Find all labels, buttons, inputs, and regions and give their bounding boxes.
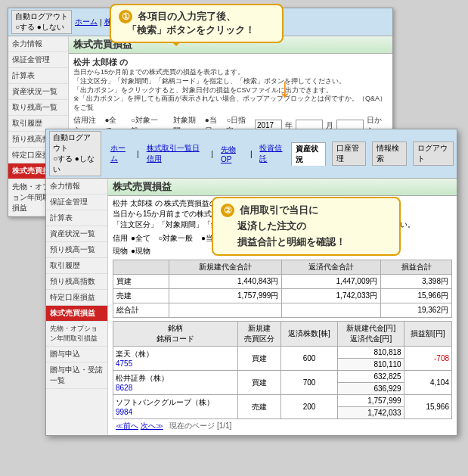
detail-matsui-name: 松井証券（株）8628 [113,371,238,395]
summary-uritate-shinki: 1,757,999円 [169,289,282,303]
summary-row-kaitate: 買建 1,440,843円 1,447,009円 3,398円 [113,275,452,289]
summary-row-uritate: 売建 1,757,999円 1,742,033円 15,966円 [113,289,452,303]
top-sidebar-yoryoku[interactable]: 余力情報 [8,36,68,52]
detail-rakuten-type: 買建 [238,347,281,371]
callout-2-line3: 損益合計と明細を確認！ [237,236,346,247]
summary-row-total: 総合計 19,362円 [113,303,452,318]
detail-header-shares: 返済株数[株] [280,322,337,347]
detail-header-meigara: 銘柄銘柄コード [113,322,238,347]
summary-header-shinki: 新規建代金合計 [169,260,282,275]
summary-kaitate-label: 買建 [113,275,169,289]
bottom-sidebar-azukari2[interactable]: 預り残高指数 [46,274,107,290]
detail-table: 銘柄銘柄コード 新規建売買区分 返済株数[株] 新規建代金[円]返済代金[円] … [113,321,452,419]
callout-1: ① 各項目の入力完了後、 「検索」ボタンをクリック！ [110,4,284,43]
callout-2: ② 信用取引で当日に 返済した注文の 損益合計と明細を確認！ [212,197,401,256]
do-option[interactable]: ○する [15,23,35,31]
summary-kaitate-hesan: 1,447,009円 [282,275,381,289]
detail-matsui-shinki: 632,825 [338,371,404,383]
detail-row-softbank: ソフトバンクグループ（株）9984 売建 200 1,757,999 15,96… [113,395,452,407]
bottom-logout-label: 自動ログアウト [53,133,91,152]
detail-softbank-name: ソフトバンクグループ（株）9984 [113,395,238,419]
bottom-sidebar-shisan[interactable]: 資産状況一覧 [46,226,107,242]
arrow-down: ↓ [278,72,292,104]
detail-rakuten-soneki: -708 [404,347,451,371]
bottom-material-label: 現物 [113,246,128,257]
detail-header-soneki: 損益額[円] [404,322,451,347]
top-sidebar-shisan[interactable]: 資産状況一覧 [8,84,68,100]
bottom-nav-stocks[interactable]: 株式取引一覧日信用 [147,143,204,164]
detail-matsui-shares: 700 [280,371,337,395]
summary-total-soneki: 19,362円 [381,303,452,318]
detail-softbank-soneki: 15,966 [404,395,451,419]
bottom-sidebar-torihiki[interactable]: 取引履歴 [46,258,107,274]
top-sidebar-keisan[interactable]: 計算表 [8,68,68,84]
bottom-panel-title: 株式売買損益 [108,179,457,196]
bottom-sidebar-hosholin[interactable]: 保証金管理 [46,194,107,210]
bottom-order-label: 信用 [113,233,128,244]
bottom-sidebar-zoyo[interactable]: 贈与申込 [46,347,107,362]
bottom-sidebar-kabushiki[interactable]: 株式売買損益 [46,306,107,322]
summary-uritate-hesan: 1,742,033円 [282,289,381,303]
detail-softbank-shinki: 1,757,999 [338,395,404,407]
callout-2-line2: 返済した注文の [237,220,306,232]
detail-softbank-hesan: 1,742,033 [338,407,404,419]
top-user-name: 松井 太郎様 の [73,57,388,68]
summary-table: 新規建代金合計 返済代金合計 損益合計 買建 1,440,843円 1,447,… [113,260,452,318]
detail-rakuten-hesan: 810,110 [338,359,404,371]
bottom-sidebar-azukari[interactable]: 預り残高一覧 [46,242,107,258]
bottom-tab-koza[interactable]: 口座管理 [332,142,367,166]
bottom-user-name: 松井 太郎様 の [113,199,163,207]
bottom-all-radio[interactable]: ●全て [131,233,150,244]
detail-matsui-type: 買建 [238,371,281,395]
next-link[interactable]: 次へ≫ [141,422,163,430]
detail-matsui-soneki: 4,104 [404,371,451,395]
bottom-nav-toushi[interactable]: 投資信託 [259,143,285,164]
detail-header-type: 新規建売買区分 [238,322,281,347]
summary-total-hesan [282,303,381,318]
detail-rakuten-shinki: 810,818 [338,347,404,359]
summary-total-shinki [169,303,282,318]
summary-total-label: 総合計 [113,303,169,318]
pagination: ≪前へ 次へ≫ 現在のページ [1/1] [113,419,452,433]
bottom-nav-home[interactable]: ホーム [110,143,129,164]
detail-row-matsui: 松井証券（株）8628 買建 700 632,825 4,104 [113,371,452,383]
bottom-material-radio[interactable]: ●現物 [131,246,150,257]
summary-header-soneki: 損益合計 [381,260,452,275]
top-sidebar-hosholin[interactable]: 保証金管理 [8,52,68,68]
prev-link[interactable]: ≪前へ [116,422,138,430]
bottom-sidebar-yoryoku[interactable]: 余力情報 [46,179,107,194]
detail-rakuten-name: 楽天（株）4755 [113,347,238,371]
top-nav-home[interactable]: ホーム [75,17,98,27]
bottom-panel: 自動ログアウト ○する ●しない ホーム | 株式取引一覧日信用 | 先物OP … [45,129,457,436]
callout-1-line2: 「検索」ボタンをクリック！ [127,24,255,36]
bottom-tab-joho[interactable]: 情報検索 [372,142,407,166]
detail-row-rakuten: 楽天（株）4755 買建 600 810,818 -708 [113,347,452,359]
bottom-sidebar-zoyo2[interactable]: 贈与申込・受諾一覧 [46,362,107,389]
detail-matsui-hesan: 636,929 [338,383,404,395]
bottom-sidebar-keisan[interactable]: 計算表 [46,210,107,226]
summary-kaitate-shinki: 1,440,843円 [169,275,282,289]
callout-2-num: ② [221,204,234,217]
summary-header-hesan: 返済代金合計 [282,260,381,275]
current-page-label: 現在のページ [1/1] [169,422,231,430]
detail-softbank-shares: 200 [280,395,337,419]
bottom-nav-sakimono[interactable]: 先物OP [221,145,243,163]
bottom-tab-active[interactable]: 資産状況 [291,142,326,166]
detail-rakuten-shares: 600 [280,347,337,371]
top-logout-area: 自動ログアウト ○する ●しない [11,10,72,34]
logout-label: 自動ログアウト [15,12,68,20]
summary-header-empty [113,260,169,275]
summary-kaitate-soneki: 3,398円 [381,275,452,289]
top-description: 当日から15か月前までの株式売買の損益を表示します。 「注文区分」「対象期間」「… [73,68,388,112]
bottom-sidebar-tokutei[interactable]: 特定口座損益 [46,290,107,306]
dont-option[interactable]: ●しない [37,23,64,31]
top-sidebar-tori-zanko[interactable]: 取り残高一覧 [8,100,68,116]
bottom-do[interactable]: ○する [53,154,73,163]
bottom-sidebar-sakimono[interactable]: 先物・オプション年間取引損益 [46,322,107,347]
callout-2-line1: 信用取引で当日に [240,204,318,216]
bottom-general-radio[interactable]: ○対象一般 [158,233,193,244]
bottom-logout-area: 自動ログアウト ○する ●しない [49,131,101,176]
summary-uritate-soneki: 15,966円 [381,289,452,303]
bottom-header-bar: 自動ログアウト ○する ●しない ホーム | 株式取引一覧日信用 | 先物OP … [46,129,457,179]
bottom-tab-logout[interactable]: ログアウト [413,142,454,166]
